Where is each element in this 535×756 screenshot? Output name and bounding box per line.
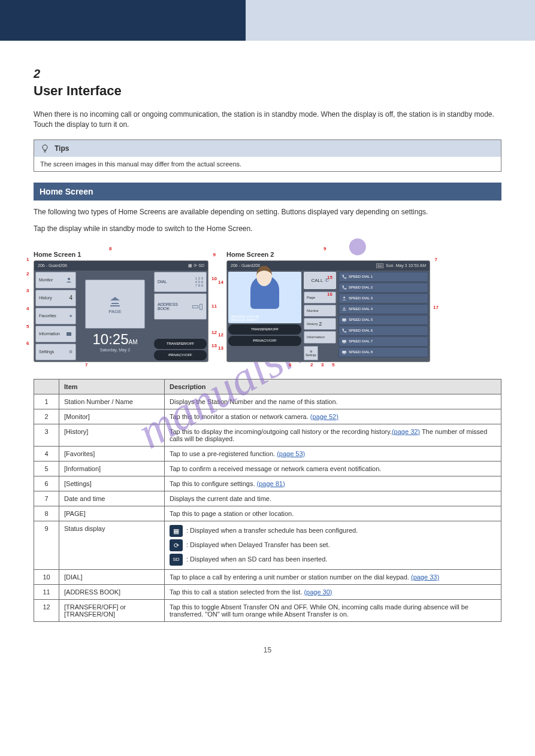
page-link[interactable]: (page 32)	[392, 428, 420, 435]
monitor-icon	[341, 350, 347, 355]
shot1-date: Saturday, May 2	[100, 348, 130, 352]
speed-dial-5[interactable]: SPEED DIAL 5	[338, 315, 428, 325]
shot1-monitor-btn[interactable]: Monitor	[35, 272, 76, 289]
page-link[interactable]: (page 33)	[411, 573, 439, 581]
shot1-clock: 10:25AM	[92, 331, 137, 348]
book-icon: ▭▯	[192, 302, 203, 311]
page-link[interactable]: (page 81)	[257, 480, 285, 487]
svg-rect-10	[343, 354, 344, 354]
speed-dial-8[interactable]: SPEED DIAL 8	[338, 347, 428, 357]
bulb-icon	[40, 144, 50, 153]
shot2-privacy-btn[interactable]: PRIVACY/OFF	[228, 336, 301, 346]
shot1-midcol: PAGE 10:25AM Saturday, May 2	[77, 271, 153, 362]
shot2-information-btn[interactable]: Information	[304, 331, 336, 343]
speed-dial-1[interactable]: SPEED DIAL 1	[338, 272, 428, 282]
speed-dial-6[interactable]: SPEED DIAL 6	[338, 326, 428, 336]
top-light	[246, 0, 535, 41]
marker-10: 10	[211, 276, 217, 281]
screenshot-2: Home Screen 2 206 - Guard206 SD Sun. May…	[226, 251, 430, 362]
page-link[interactable]: (page 30)	[304, 588, 332, 596]
sd-icon: SD	[170, 554, 183, 566]
page-content: manualshift.com 2 User Interface When th…	[0, 41, 535, 678]
shot1-leftcol: Monitor History4 Favorites★ Information …	[34, 271, 77, 362]
monitor-icon	[341, 317, 347, 323]
gear-icon: ⚙	[69, 350, 72, 354]
marker-7b: 7	[435, 257, 437, 262]
table-row: 3[History]Tap this to display the incomi…	[34, 424, 501, 446]
table-row: 6[Settings]Tap this to configure setting…	[34, 476, 501, 491]
monitor-icon	[341, 339, 347, 344]
marker-2b: 2	[310, 362, 313, 368]
speed-dial-2[interactable]: SPEED DIAL 2	[338, 283, 428, 293]
svg-point-2	[68, 278, 70, 280]
delay-icon: ⟳	[170, 539, 183, 551]
marker-12b: 12	[218, 332, 223, 338]
status-cell: ▦: Displayed when a transfer schedule ha…	[165, 521, 501, 569]
speaker-icon	[106, 294, 124, 309]
table-row: 11[ADDRESS BOOK]Tap this to call a stati…	[34, 584, 501, 599]
table-row: 1Station Number / NameDisplays the Stati…	[34, 394, 501, 409]
tips-box: Tips The screen images in this manual ma…	[34, 139, 501, 172]
shot1-favorites-btn[interactable]: Favorites★	[35, 308, 76, 324]
th-blank	[34, 379, 59, 394]
marker-1: 1	[26, 257, 29, 262]
shot1-dial-btn[interactable]: DIAL1 2 34 5 67 8 9	[154, 272, 207, 292]
table-row: 4[Favorites]Tap to use a pre-registered …	[34, 446, 501, 461]
marker-4: 4	[26, 306, 29, 311]
shot2-history-btn[interactable]: History 2	[304, 318, 336, 330]
marker-9: 9	[213, 252, 216, 257]
table-row: 7Date and timeDisplays the current date …	[34, 491, 501, 506]
screenshot-1: Home Screen 1 206 - Guard206 ▦ ⟳ SD Moni…	[34, 251, 208, 362]
svg-rect-7	[342, 339, 346, 342]
tips-label: Tips	[55, 144, 69, 153]
section-sub1: The following two types of Home Screens …	[34, 207, 501, 217]
shot2-header: 206 - Guard206 SD Sun. May 3 10:53 AM	[227, 261, 430, 271]
page-link[interactable]: (page 52)	[310, 413, 338, 420]
th-desc: Description	[165, 379, 501, 394]
marker-7: 7	[85, 362, 87, 368]
phone-icon	[341, 285, 347, 290]
tips-head: Tips	[34, 140, 501, 157]
speed-dial-7[interactable]: SPEED DIAL 7	[338, 336, 428, 347]
star-icon: ★	[69, 314, 72, 318]
shot1-header-icons: ▦ ⟳ SD	[188, 263, 204, 268]
shot2-monitor-btn[interactable]: Monitor	[304, 305, 336, 317]
shot1-header-text: 206 - Guard206	[38, 263, 67, 268]
page-link[interactable]: (page 53)	[277, 450, 305, 457]
section-sub2: Tap the display while in standby mode to…	[34, 223, 501, 234]
marker-17: 17	[433, 305, 439, 310]
keypad-icon: 1 2 34 5 67 8 9	[195, 277, 203, 287]
shot1-header: 206 - Guard206 ▦ ⟳ SD	[34, 261, 208, 271]
marker-16: 16	[327, 292, 333, 297]
shot1-transfer-btn[interactable]: TRANSFER/OFF	[154, 339, 207, 349]
marker-11: 11	[211, 303, 217, 309]
phone-icon	[341, 274, 347, 280]
marker-15: 15	[327, 275, 333, 280]
shot1-page-btn[interactable]: PAGE	[85, 280, 145, 329]
shot1-box: 206 - Guard206 ▦ ⟳ SD Monitor History4 F…	[34, 260, 208, 362]
table-row: 12[TRANSFER/OFF] or [TRANSFER/ON]Tap thi…	[34, 599, 501, 621]
shot1-history-btn[interactable]: History4	[35, 290, 76, 306]
shot1-privacy-btn[interactable]: PRIVACY/OFF	[154, 350, 207, 360]
shot2-midcol: CALL ✆ Page Monitor History 2 Informatio…	[303, 271, 337, 362]
marker-12: 12	[211, 330, 217, 335]
page-title: User Interface	[34, 83, 501, 99]
marker-3b: 3	[321, 362, 324, 368]
table-row: 10[DIAL]Tap to place a call by entering …	[34, 569, 501, 584]
shot2-settings-btn[interactable]: ⚙Settings	[304, 346, 318, 360]
marker-13b: 13	[218, 345, 223, 351]
speed-dial-4[interactable]: SPEED DIAL 4	[338, 304, 428, 314]
shot1-settings-btn[interactable]: Settings⚙	[35, 344, 76, 360]
tips-body: The screen images in this manual may dif…	[34, 157, 501, 171]
section-index: 2	[34, 67, 40, 80]
marker-9b: 9	[324, 246, 326, 251]
shot2-label: Home Screen 2	[226, 251, 430, 258]
shot2-camera: 05/03/2020 10:52 AMVideo Door Station 1	[228, 272, 301, 323]
lead-paragraph: When there is no incoming call or ongoin…	[34, 110, 501, 130]
speed-dial-3[interactable]: SPEED DIAL 3	[338, 293, 428, 303]
sd-icon: SD	[376, 263, 383, 268]
shot1-addressbook-btn[interactable]: ADDRESS BOOK▭▯	[154, 293, 207, 320]
shot1-information-btn[interactable]: Information	[35, 326, 76, 342]
marker-3: 3	[26, 288, 29, 293]
shot2-transfer-btn[interactable]: TRANSFER/OFF	[228, 324, 301, 335]
